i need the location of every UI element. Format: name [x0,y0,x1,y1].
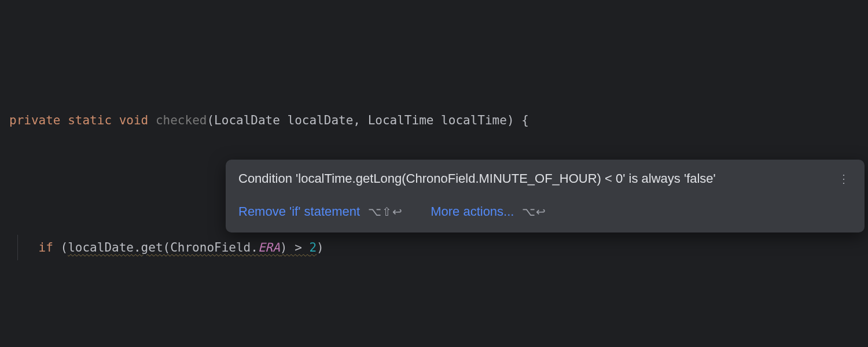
brace-open: { [514,113,529,127]
expression-text: localDate.get(ChronoField. [68,241,258,254]
keyword-void: void [119,113,149,127]
enum-constant: ERA [258,241,280,254]
more-actions-action[interactable]: More actions... ⌥↩ [431,203,546,221]
param-type: LocalTime [368,113,434,127]
more-actions-label[interactable]: More actions... [431,203,514,221]
method-name: checked [156,113,207,127]
more-vertical-icon[interactable]: ⋮ [836,171,852,187]
shortcut-hint: ⌥↩ [522,204,546,220]
code-line: if (localDate.get(ChronoField.ERA) > 2) [6,235,868,260]
shortcut-hint: ⌥⇧↩ [368,204,403,220]
code-line: private static void checked(LocalDate lo… [6,108,868,133]
keyword-private: private [9,113,61,127]
param-name: localTime [441,113,507,127]
tooltip-actions: Remove 'if' statement ⌥⇧↩ More actions..… [238,203,852,221]
param-name: localDate [288,113,354,127]
param-type: LocalDate [214,113,280,127]
warned-expression[interactable]: localDate.get(ChronoField.ERA) > 2 [68,241,317,254]
quick-fix-label[interactable]: Remove 'if' statement [238,203,360,221]
paren-close: ) [507,113,514,127]
keyword-static: static [68,113,112,127]
code-editor[interactable]: private static void checked(LocalDate lo… [0,0,868,347]
expression-text: ) > [280,241,310,254]
comma: , [353,113,367,127]
paren-open: ( [207,113,214,127]
number-literal: 2 [309,241,317,254]
inspection-message: Condition 'localTime.getLong(ChronoField… [238,170,836,188]
inspection-tooltip[interactable]: Condition 'localTime.getLong(ChronoField… [226,160,865,232]
paren-close: ) [317,241,324,254]
paren-open: ( [61,241,68,254]
quick-fix-action[interactable]: Remove 'if' statement ⌥⇧↩ [238,203,403,221]
keyword-if: if [39,241,53,254]
